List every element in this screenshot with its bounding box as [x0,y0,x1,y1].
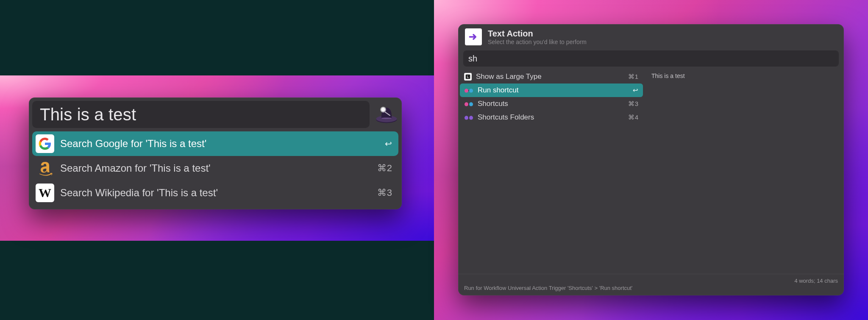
search-input[interactable]: This is a test [32,101,370,128]
svg-point-10 [465,102,468,106]
svg-point-12 [465,116,468,120]
action-run-shortcut[interactable]: Run shortcut ↩ [460,83,643,97]
svg-point-3 [381,108,385,112]
action-shortcut: ⌘3 [628,100,639,108]
universal-action-window: Text Action Select the action you'd like… [458,24,844,295]
action-description: Run for Workflow Universal Action Trigge… [464,285,838,291]
svg-point-9 [469,89,473,92]
svg-point-8 [465,89,468,92]
amazon-icon [36,159,54,178]
result-search-wikipedia[interactable]: W Search Wikipedia for 'This is a test' … [32,181,398,205]
result-shortcut: ↩ [385,139,392,149]
window-subtitle: Select the action you'd like to perform [488,39,587,45]
google-icon [36,134,54,153]
large-type-icon: L [464,73,472,81]
window-title: Text Action [488,29,587,39]
glasses-icon [464,114,473,121]
action-search-input[interactable]: sh [463,50,839,67]
svg-point-13 [469,116,473,120]
alfred-hat-icon [375,103,398,126]
glasses-icon [464,87,473,94]
action-shortcuts-folders[interactable]: Shortcuts Folders ⌘4 [460,111,643,124]
action-shortcut: ↩ [633,86,639,94]
action-shortcut: ⌘1 [628,73,639,81]
wikipedia-icon: W [36,184,54,202]
action-label: Shortcuts [478,100,624,108]
result-shortcut: ⌘3 [377,187,392,198]
result-label: Search Google for 'This is a test' [60,138,379,150]
action-label: Run shortcut [478,86,629,95]
result-search-amazon[interactable]: Search Amazon for 'This is a test' ⌘2 [32,156,398,181]
glasses-icon [464,100,473,107]
action-shortcut: ⌘4 [628,114,639,121]
text-stats: 4 words; 14 chars [794,278,838,284]
svg-text:L: L [467,75,469,79]
svg-point-11 [469,102,473,106]
text-action-icon [465,28,482,45]
result-shortcut: ⌘2 [377,163,392,174]
action-label: Show as Large Type [476,72,624,81]
result-search-google[interactable]: Search Google for 'This is a test' ↩ [32,131,398,156]
alfred-window: This is a test [29,97,402,209]
preview-pane: This is a test [645,70,844,274]
result-label: Search Amazon for 'This is a test' [60,162,371,174]
action-shortcuts[interactable]: Shortcuts ⌘3 [460,97,643,111]
action-label: Shortcuts Folders [478,113,624,122]
action-show-large-type[interactable]: L Show as Large Type ⌘1 [460,70,643,83]
result-label: Search Wikipedia for 'This is a test' [60,187,371,199]
